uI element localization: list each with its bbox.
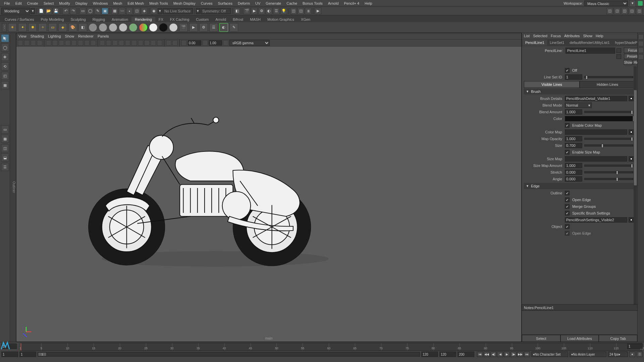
symmetry-dropdown-icon[interactable]: ▾ [196,8,200,14]
ae-size-slider[interactable] [584,144,633,146]
character-set-select[interactable]: ▾ No Character Set [531,352,568,357]
vp-exposure-icon[interactable] [181,40,187,46]
lasso-tool-icon[interactable]: ◯ [1,44,9,52]
ae-sizemapamount-slider[interactable] [584,165,633,167]
render-settings-shelf-icon[interactable]: ⚙ [199,23,208,32]
vp-ao-icon[interactable] [131,40,137,46]
panel-toggle-1-icon[interactable]: ◫ [290,8,297,14]
ae-visiblelines-tab[interactable]: Visible Lines [524,81,580,88]
toon-outline-icon[interactable]: ✎ [229,23,238,32]
menu-mesh-display[interactable]: Mesh Display [171,1,198,6]
autokey-icon[interactable]: ● [629,352,635,357]
hypershade-icon[interactable]: ◐ [266,8,272,14]
vp-safe-title-icon[interactable] [91,40,96,46]
ae-load-attributes-button[interactable]: Load Attributes [560,335,599,342]
history-icon[interactable]: ◧ [234,8,240,14]
shelf-tab-bifrost[interactable]: Bifrost [229,17,247,22]
ae-menu-help[interactable]: Help [596,34,603,38]
menu-select[interactable]: Select [41,1,57,6]
vp-safe-action-icon[interactable] [84,40,90,46]
shelf-tab-fx[interactable]: FX [155,17,167,22]
outliner-toggle-icon[interactable]: ☰ [1,163,9,171]
layered-shader-icon[interactable] [169,23,178,32]
two-pane-h-icon[interactable]: ⬓ [1,154,9,162]
ae-brushdetails-field[interactable]: PencilBrushDetail_Visible1 [565,96,627,101]
lock-icon[interactable] [638,1,643,6]
ae-menu-show[interactable]: Show [583,34,592,38]
hypershade-shelf-icon[interactable]: ◐ [219,23,228,32]
ae-linesetid-slider[interactable] [584,76,633,78]
ae-node-output-icon[interactable] [616,54,621,59]
menu-mesh-tools[interactable]: Mesh Tools [147,1,170,6]
panel-toggle-2-icon[interactable]: ◫ [298,8,304,14]
vp-gate-mask-icon[interactable] [78,40,83,46]
vp-xray-joints-icon[interactable] [172,40,178,46]
shelf-tab-animation[interactable]: Animation [108,17,131,22]
viewport-canvas[interactable]: main [16,47,521,342]
vp-image-plane-icon[interactable] [37,40,42,46]
paint-select-icon[interactable]: ✎ [94,8,101,14]
lasso-select-icon[interactable]: ◯ [87,8,94,14]
ae-mergegroups-checkbox[interactable]: ✔ [565,204,570,209]
ae-openedge-checkbox[interactable]: ✔ [565,197,570,202]
scale-tool-icon[interactable]: ◰ [1,72,9,80]
ambient-light-icon[interactable]: ☀ [8,23,17,32]
vp-colorspace-select[interactable]: sRGB gamma [229,40,270,46]
phong-material-icon[interactable] [109,23,117,32]
vp-textured-icon[interactable] [112,40,118,46]
vp-grease-pencil-icon[interactable] [52,40,58,46]
fps-select[interactable]: 24 fps ▾ [608,352,628,357]
shelf-tab-polymodeling[interactable]: Poly Modeling [37,17,67,22]
vp-select-camera-icon[interactable] [18,40,23,46]
assign-material-icon[interactable]: 🎨 [68,23,77,32]
vp-menu-shading[interactable]: Shading [31,34,44,38]
vp-menu-renderer[interactable]: Renderer [78,34,94,38]
menu-curves[interactable]: Curves [198,1,215,6]
volume-light-icon[interactable]: ◈ [58,23,67,32]
render-setup-icon[interactable]: ☰ [273,8,280,14]
shelf-options-icon[interactable]: ⋮ [2,23,7,32]
ae-hiddenlines-tab[interactable]: Hidden Lines [580,81,635,88]
material-editor-icon[interactable]: ◧ [78,23,87,32]
vp-colormgmt-icon[interactable] [223,40,228,46]
menu-windows[interactable]: Windows [90,1,111,6]
ae-colormap-field[interactable] [565,129,627,135]
vp-resolution-gate-icon[interactable] [71,40,77,46]
ae-node-input-icon[interactable] [616,48,621,53]
ae-stretch-field[interactable] [565,170,582,175]
modeling-toolkit-icon[interactable] [638,34,644,40]
ae-color-swatch[interactable] [565,116,634,121]
menu-edit-mesh[interactable]: Edit Mesh [125,1,147,6]
ae-tab-lineset1[interactable]: LineSet1 [547,40,567,46]
vp-depth-of-field-icon[interactable] [151,40,156,46]
live-surface-dropdown-icon[interactable]: ▾ [158,8,162,14]
menu-surfaces[interactable]: Surfaces [215,1,235,6]
ae-mode-checkbox[interactable]: ✔ [565,68,570,73]
vp-2d-pan-icon[interactable] [46,40,51,46]
right-toggle-3-icon[interactable]: ◫ [621,8,628,14]
vp-gamma-icon[interactable] [202,40,208,46]
select-by-type-icon[interactable]: ▣ [102,8,108,14]
ae-tab-hypershade[interactable]: hyperShadePrimaryN [612,40,637,46]
four-pane-icon[interactable]: ▦ [1,135,9,143]
shelf-tab-fxcaching[interactable]: FX Caching [167,17,193,22]
ae-menu-list[interactable]: List [524,34,530,38]
menu-arnold[interactable]: Arnold [325,1,341,6]
open-scene-icon[interactable]: 📂 [45,8,52,14]
shelf-tab-curves[interactable]: Curves / Surfaces [1,17,37,22]
redo-icon[interactable]: ↷ [70,8,76,14]
vp-bookmark-icon[interactable] [31,40,36,46]
ae-node-name-field[interactable] [566,48,615,54]
vp-gamma-field[interactable] [209,40,222,46]
attribute-editor-icon[interactable] [638,41,644,46]
menu-generate[interactable]: Generate [263,1,284,6]
panel-pause-icon[interactable]: ⏸ [305,8,312,14]
rotate-tool-icon[interactable]: ⟲ [1,62,9,70]
light-editor-icon[interactable]: 💡 [280,8,287,14]
step-back-icon[interactable]: ◀◀ [484,352,490,357]
snap-grid-icon[interactable]: ▦ [111,8,118,14]
menu-help[interactable]: Help [362,1,375,6]
ae-linesetid-field[interactable] [565,74,582,80]
ae-enablesizemap-checkbox[interactable]: ✔ [565,150,570,155]
menu-modify[interactable]: Modify [56,1,72,6]
